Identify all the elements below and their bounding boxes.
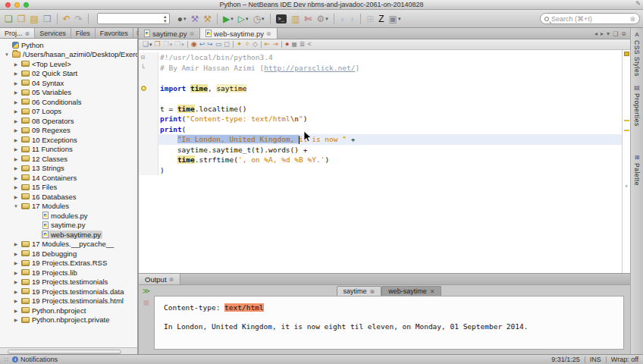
run-project-icon[interactable]: ▶▾ [221,12,235,26]
dropdown-arrow-icon[interactable]: ▾ [246,16,249,22]
tree-item[interactable]: ▶14 Containers [0,173,137,183]
tree-item[interactable]: ▶06 Conditionals [0,97,137,107]
warning-glyph-icon[interactable] [139,83,158,94]
expander-right-icon[interactable]: ▶ [12,270,20,275]
expander-right-icon[interactable]: ▶ [12,71,20,76]
tree-item[interactable]: ▶05 Variables [0,88,137,98]
search-input[interactable]: Search (⌘+I) ⊗ [540,13,640,24]
tree-item[interactable]: ▶07 Loops [0,107,137,117]
shift-right-icon[interactable]: ⇥ [271,40,279,49]
gears-icon[interactable]: ⚙▾ [315,12,329,26]
expander-right-icon[interactable]: ▶ [12,241,20,246]
toggle-bookmark-icon[interactable]: ◇ [252,40,259,49]
close-icon[interactable]: ✕ [430,288,435,295]
tree-item[interactable]: ▶19 Projects.testimonials [0,278,137,287]
tab-projects[interactable]: Proj...⊗ [0,28,35,38]
file-history-icon[interactable]: ❏▾ [142,40,153,49]
tree-item[interactable]: ▶12 Classes [0,154,137,164]
tab-favorites[interactable]: Favorites [96,28,133,38]
tree-item[interactable]: Python [0,40,137,50]
tree-item[interactable]: ▶13 Strings [0,164,137,174]
window-grid-icon[interactable]: ⊞ [365,12,375,26]
tree-item[interactable]: ▶19 Projects.lib [0,268,137,278]
expander-right-icon[interactable]: ▶ [12,127,20,133]
dropdown-arrow-icon[interactable]: ▾ [183,16,187,22]
configuration-select[interactable]: ▲▼ [97,13,170,24]
versioning-icon[interactable]: ❒▾ [174,40,185,49]
warning-bulb-icon[interactable] [141,86,146,91]
deploy-icon[interactable]: ●▾ [176,12,188,26]
tree-item[interactable]: ▶17 Modules.__pycache__ [0,240,137,249]
memory-icon[interactable]: ▣▾ [387,12,403,26]
undo-icon[interactable]: ↶ [61,12,72,26]
tree-item[interactable]: ▶16 Databases [0,192,137,202]
tree-item[interactable]: ▶04 Syntax [0,78,137,88]
tree-item[interactable]: ▼/Users/hasan_azimi0/Desktop/Exercise [0,50,137,60]
project-tree[interactable]: Python▼/Users/hasan_azimi0/Desktop/Exerc… [0,39,137,347]
float-group-icon[interactable]: ⊜ [621,30,626,37]
comment-icon[interactable]: ≣ [299,40,306,49]
expander-right-icon[interactable]: ▶ [12,260,20,265]
diff-icon[interactable]: ❒▾ [162,40,174,49]
debug-project-icon[interactable]: ▷▾ [237,12,250,26]
expander-right-icon[interactable]: ▶ [12,89,20,95]
build-project-icon[interactable]: ⚒ [190,12,201,26]
stop-run-icon[interactable]: ◼ [142,298,151,307]
tree-item[interactable]: modules.py [0,211,137,221]
expander-right-icon[interactable]: ▶ [12,118,20,124]
uncomment-icon[interactable]: < [306,40,312,49]
find-selection-icon[interactable]: ◉ [190,40,198,49]
next-bookmark-icon[interactable]: ✧ [243,40,251,49]
expander-right-icon[interactable]: ▶ [12,165,20,171]
expander-right-icon[interactable]: ▶ [12,308,20,313]
tree-item[interactable]: ▶19 Projects.testimonials.data [0,287,137,297]
tree-item[interactable]: ▶15 Files [0,183,137,193]
expander-right-icon[interactable]: ▶ [12,317,20,322]
last-edit-icon[interactable]: ▭ [215,40,223,49]
tree-item[interactable]: ▶11 Functions [0,145,137,155]
tab-list-icon[interactable]: ▾ [607,30,610,37]
tree-item[interactable]: ▶18 Debugging [0,249,137,259]
record-macro-icon[interactable]: ● [284,40,290,49]
warning-mark-icon[interactable] [624,130,629,131]
stop-macro-icon[interactable]: ◼ [290,40,297,49]
expander-right-icon[interactable]: ▶ [12,251,20,256]
tab-css-styles[interactable]: A CSS Styles [633,31,641,77]
dropdown-arrow-icon[interactable]: ▾ [181,42,184,48]
scroll-tabs-right-icon[interactable]: ▸ [601,30,604,37]
output-tab-web-saytime[interactable]: web-saytime✕ [381,286,441,296]
expander-right-icon[interactable]: ▶ [12,99,20,105]
clear-search-icon[interactable]: ⊗ [629,15,635,23]
tree-item[interactable]: ▶02 Quick Start [0,69,137,79]
redo-icon[interactable]: ↷ [74,12,84,26]
tree-item[interactable]: ▶19 Projects.testimonials.html [0,297,137,306]
previous-bookmark-icon[interactable]: ✦ [236,40,243,49]
expander-right-icon[interactable]: ▶ [12,194,20,199]
output-tab-saytime[interactable]: saytime⊗ [337,286,382,296]
new-project-icon[interactable]: ❐ [16,12,27,26]
fold-end-icon[interactable]: └ [139,63,158,74]
tree-item[interactable]: saytime.py [0,221,137,231]
close-icon[interactable]: ⊗ [25,30,30,37]
close-icon[interactable]: ⊗ [169,276,174,283]
expander-right-icon[interactable]: ▶ [12,298,20,303]
maximize-editor-icon[interactable]: ❑ [613,30,618,37]
tab-palette[interactable]: ⊞ Palette [633,154,641,186]
dropdown-arrow-icon[interactable]: ▾ [231,16,234,22]
dropdown-arrow-icon[interactable]: ▾ [398,16,401,22]
expander-down-icon[interactable]: ▼ [3,52,11,57]
qa-tools-icon[interactable]: ✄ [303,12,313,26]
expander-right-icon[interactable]: ▶ [12,156,20,162]
tree-item[interactable]: ▶09 Regexes [0,126,137,136]
javadoc-icon[interactable]: ▥ [290,12,301,26]
tab-web-saytime-py[interactable]: web-saytime.py⊗ [200,28,278,39]
tree-item[interactable]: ▼17 Modules [0,202,137,212]
tab-output[interactable]: Output⊗ [139,274,180,284]
expander-right-icon[interactable]: ▶ [12,108,20,114]
back-icon[interactable]: ↩ [199,40,206,49]
dropdown-arrow-icon[interactable]: ▾ [262,16,265,22]
terminal-icon[interactable]: >_ [274,12,288,26]
chat-left-icon[interactable]: ◖ [338,12,347,26]
notifications-label[interactable]: Notifications [20,356,58,363]
tree-item[interactable]: web-saytime.py [0,230,137,240]
